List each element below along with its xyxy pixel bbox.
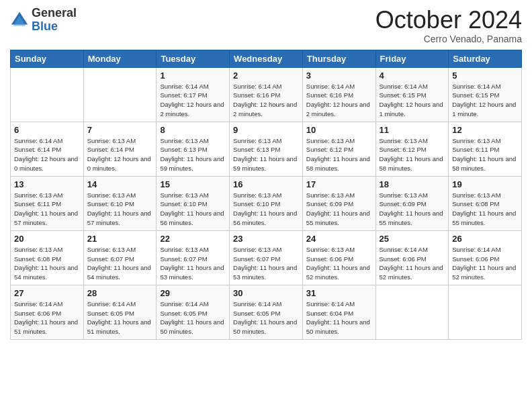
calendar-cell: 25Sunrise: 6:14 AM Sunset: 6:06 PM Dayli… (375, 230, 449, 285)
calendar-cell: 19Sunrise: 6:13 AM Sunset: 6:08 PM Dayli… (449, 176, 522, 230)
day-info: Sunrise: 6:13 AM Sunset: 6:13 PM Dayligh… (233, 136, 299, 173)
day-info: Sunrise: 6:13 AM Sunset: 6:07 PM Dayligh… (160, 245, 226, 282)
day-info: Sunrise: 6:13 AM Sunset: 6:13 PM Dayligh… (160, 136, 226, 173)
calendar-cell: 9Sunrise: 6:13 AM Sunset: 6:13 PM Daylig… (230, 122, 303, 176)
calendar-cell: 11Sunrise: 6:13 AM Sunset: 6:12 PM Dayli… (375, 122, 449, 176)
day-number: 7 (87, 125, 153, 135)
day-number: 12 (452, 125, 518, 135)
calendar-cell: 1Sunrise: 6:14 AM Sunset: 6:17 PM Daylig… (157, 67, 230, 122)
calendar-cell: 20Sunrise: 6:13 AM Sunset: 6:08 PM Dayli… (11, 230, 84, 285)
col-friday: Friday (375, 50, 449, 67)
logo-text: General Blue (32, 7, 77, 34)
day-number: 2 (233, 71, 299, 81)
calendar-cell: 7Sunrise: 6:13 AM Sunset: 6:14 PM Daylig… (83, 122, 157, 176)
day-number: 22 (160, 234, 226, 244)
day-info: Sunrise: 6:13 AM Sunset: 6:11 PM Dayligh… (452, 136, 518, 173)
calendar-cell: 5Sunrise: 6:14 AM Sunset: 6:15 PM Daylig… (449, 67, 522, 122)
calendar-cell: 10Sunrise: 6:13 AM Sunset: 6:12 PM Dayli… (302, 122, 375, 176)
calendar-cell (83, 67, 157, 122)
day-info: Sunrise: 6:13 AM Sunset: 6:08 PM Dayligh… (452, 191, 518, 228)
logo-icon (10, 11, 29, 30)
day-info: Sunrise: 6:13 AM Sunset: 6:12 PM Dayligh… (380, 136, 445, 173)
day-info: Sunrise: 6:13 AM Sunset: 6:12 PM Dayligh… (306, 136, 372, 173)
page-container: General Blue October 2024 Cerro Venado, … (0, 0, 532, 347)
calendar-cell: 14Sunrise: 6:13 AM Sunset: 6:10 PM Dayli… (83, 176, 157, 230)
calendar-table: Sunday Monday Tuesday Wednesday Thursday… (10, 50, 522, 340)
day-number: 15 (160, 179, 226, 189)
day-number: 24 (306, 234, 372, 244)
day-number: 13 (14, 179, 80, 189)
day-number: 1 (160, 71, 226, 81)
day-info: Sunrise: 6:14 AM Sunset: 6:06 PM Dayligh… (452, 245, 518, 282)
col-thursday: Thursday (302, 50, 375, 67)
day-info: Sunrise: 6:14 AM Sunset: 6:15 PM Dayligh… (380, 82, 445, 119)
calendar-cell: 2Sunrise: 6:14 AM Sunset: 6:16 PM Daylig… (230, 67, 303, 122)
day-info: Sunrise: 6:13 AM Sunset: 6:09 PM Dayligh… (380, 191, 445, 228)
calendar-cell: 24Sunrise: 6:13 AM Sunset: 6:06 PM Dayli… (302, 230, 375, 285)
location-subtitle: Cerro Venado, Panama (375, 34, 522, 44)
calendar-cell: 15Sunrise: 6:13 AM Sunset: 6:10 PM Dayli… (157, 176, 230, 230)
day-info: Sunrise: 6:14 AM Sunset: 6:06 PM Dayligh… (380, 245, 445, 282)
day-info: Sunrise: 6:14 AM Sunset: 6:06 PM Dayligh… (14, 300, 80, 336)
day-info: Sunrise: 6:13 AM Sunset: 6:09 PM Dayligh… (306, 191, 372, 228)
day-info: Sunrise: 6:13 AM Sunset: 6:14 PM Dayligh… (87, 136, 153, 173)
calendar-cell: 29Sunrise: 6:14 AM Sunset: 6:05 PM Dayli… (157, 285, 230, 339)
calendar-week-5: 27Sunrise: 6:14 AM Sunset: 6:06 PM Dayli… (11, 285, 522, 339)
day-number: 26 (452, 234, 518, 244)
day-number: 31 (306, 288, 372, 298)
day-info: Sunrise: 6:14 AM Sunset: 6:14 PM Dayligh… (14, 136, 80, 173)
calendar-cell: 6Sunrise: 6:14 AM Sunset: 6:14 PM Daylig… (11, 122, 84, 176)
calendar-cell: 26Sunrise: 6:14 AM Sunset: 6:06 PM Dayli… (449, 230, 522, 285)
day-info: Sunrise: 6:13 AM Sunset: 6:07 PM Dayligh… (87, 245, 153, 282)
calendar-cell: 8Sunrise: 6:13 AM Sunset: 6:13 PM Daylig… (157, 122, 230, 176)
day-number: 19 (452, 179, 518, 189)
calendar-cell (11, 67, 84, 122)
day-number: 27 (14, 288, 80, 298)
day-number: 20 (14, 234, 80, 244)
day-info: Sunrise: 6:13 AM Sunset: 6:10 PM Dayligh… (233, 191, 299, 228)
calendar-cell: 13Sunrise: 6:13 AM Sunset: 6:11 PM Dayli… (11, 176, 84, 230)
day-number: 14 (87, 179, 153, 189)
day-number: 29 (160, 288, 226, 298)
calendar-cell: 4Sunrise: 6:14 AM Sunset: 6:15 PM Daylig… (375, 67, 449, 122)
calendar-cell: 17Sunrise: 6:13 AM Sunset: 6:09 PM Dayli… (302, 176, 375, 230)
calendar-cell: 16Sunrise: 6:13 AM Sunset: 6:10 PM Dayli… (230, 176, 303, 230)
day-info: Sunrise: 6:13 AM Sunset: 6:08 PM Dayligh… (14, 245, 80, 282)
day-info: Sunrise: 6:13 AM Sunset: 6:07 PM Dayligh… (233, 245, 299, 282)
calendar-cell: 18Sunrise: 6:13 AM Sunset: 6:09 PM Dayli… (375, 176, 449, 230)
col-monday: Monday (83, 50, 157, 67)
calendar-week-3: 13Sunrise: 6:13 AM Sunset: 6:11 PM Dayli… (11, 176, 522, 230)
day-info: Sunrise: 6:14 AM Sunset: 6:05 PM Dayligh… (87, 300, 153, 336)
day-info: Sunrise: 6:14 AM Sunset: 6:17 PM Dayligh… (160, 82, 226, 119)
calendar-cell: 30Sunrise: 6:14 AM Sunset: 6:05 PM Dayli… (230, 285, 303, 339)
calendar-cell: 31Sunrise: 6:14 AM Sunset: 6:04 PM Dayli… (302, 285, 375, 339)
calendar-week-4: 20Sunrise: 6:13 AM Sunset: 6:08 PM Dayli… (11, 230, 522, 285)
header-row: Sunday Monday Tuesday Wednesday Thursday… (11, 50, 522, 67)
col-sunday: Sunday (11, 50, 84, 67)
day-number: 3 (306, 71, 372, 81)
day-info: Sunrise: 6:13 AM Sunset: 6:06 PM Dayligh… (306, 245, 372, 282)
calendar-week-1: 1Sunrise: 6:14 AM Sunset: 6:17 PM Daylig… (11, 67, 522, 122)
col-tuesday: Tuesday (157, 50, 230, 67)
logo-general: General (32, 7, 77, 20)
calendar-cell: 28Sunrise: 6:14 AM Sunset: 6:05 PM Dayli… (83, 285, 157, 339)
day-number: 10 (306, 125, 372, 135)
calendar-cell: 21Sunrise: 6:13 AM Sunset: 6:07 PM Dayli… (83, 230, 157, 285)
calendar-cell: 12Sunrise: 6:13 AM Sunset: 6:11 PM Dayli… (449, 122, 522, 176)
calendar-cell (375, 285, 449, 339)
logo-blue: Blue (32, 20, 77, 34)
day-info: Sunrise: 6:14 AM Sunset: 6:05 PM Dayligh… (160, 300, 226, 336)
day-number: 30 (233, 288, 299, 298)
col-saturday: Saturday (449, 50, 522, 67)
calendar-cell: 3Sunrise: 6:14 AM Sunset: 6:16 PM Daylig… (302, 67, 375, 122)
month-title: October 2024 (375, 7, 522, 34)
day-info: Sunrise: 6:14 AM Sunset: 6:15 PM Dayligh… (452, 82, 518, 119)
day-info: Sunrise: 6:14 AM Sunset: 6:04 PM Dayligh… (306, 300, 372, 336)
logo: General Blue (10, 7, 77, 34)
day-info: Sunrise: 6:13 AM Sunset: 6:10 PM Dayligh… (160, 191, 226, 228)
day-info: Sunrise: 6:14 AM Sunset: 6:16 PM Dayligh… (233, 82, 299, 119)
calendar-body: 1Sunrise: 6:14 AM Sunset: 6:17 PM Daylig… (11, 67, 522, 339)
calendar-week-2: 6Sunrise: 6:14 AM Sunset: 6:14 PM Daylig… (11, 122, 522, 176)
header: General Blue October 2024 Cerro Venado, … (10, 7, 522, 44)
day-number: 4 (380, 71, 445, 81)
